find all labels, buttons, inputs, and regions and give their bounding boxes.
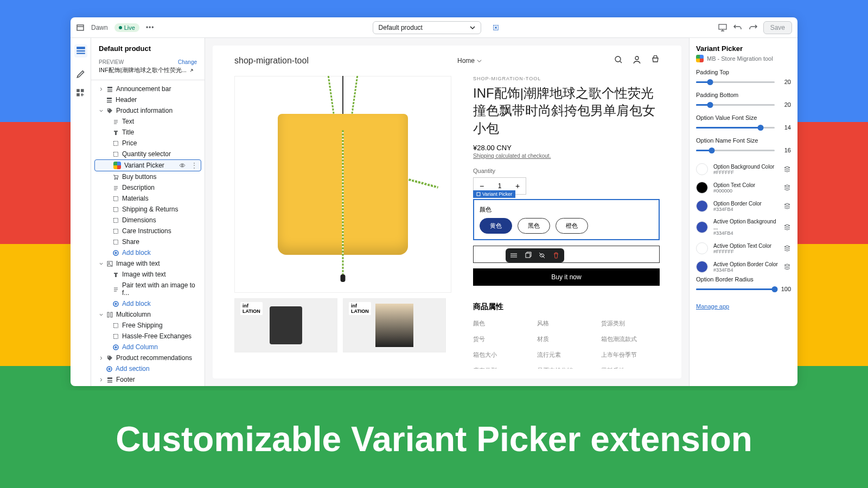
- svg-rect-30: [107, 312, 109, 317]
- exit-icon[interactable]: [76, 23, 85, 32]
- svg-rect-32: [114, 323, 118, 328]
- sections-icon[interactable]: [74, 44, 87, 57]
- tree-item[interactable]: Care Instructions: [91, 226, 205, 236]
- svg-point-40: [615, 56, 621, 62]
- svg-rect-37: [107, 377, 112, 379]
- tree-item[interactable]: Description: [91, 182, 205, 193]
- color-setting[interactable]: Active Option Text Color#FFFFFF: [696, 239, 791, 258]
- svg-rect-24: [114, 229, 118, 233]
- redo-icon[interactable]: [748, 23, 758, 33]
- product-thumb[interactable]: infLATION: [234, 298, 337, 352]
- template-title: Default product: [91, 38, 205, 59]
- svg-point-41: [635, 56, 639, 60]
- tree-item[interactable]: Buy buttons: [91, 171, 205, 182]
- tree-item[interactable]: Variant Picker⋮: [94, 159, 201, 171]
- add-to-cart-button[interactable]: [473, 246, 660, 263]
- duplicate-icon[interactable]: [524, 252, 532, 259]
- svg-rect-0: [77, 25, 84, 30]
- tree-item[interactable]: Header: [91, 94, 205, 105]
- tree-item[interactable]: Image with text: [91, 269, 205, 280]
- svg-rect-22: [114, 207, 118, 211]
- tree-item[interactable]: Price: [91, 138, 205, 149]
- svg-rect-21: [114, 196, 118, 201]
- tree-item[interactable]: Pair text with an image to f...: [91, 280, 205, 298]
- stack-icon: [783, 202, 791, 210]
- variant-option[interactable]: 橙色: [556, 218, 588, 234]
- hide-icon[interactable]: [538, 252, 546, 259]
- tree-item[interactable]: Multicolumn: [91, 309, 205, 320]
- marketing-banner: Customizable Variant Picker extension: [0, 390, 868, 488]
- variant-picker-block[interactable]: Variant Picker 颜色 黄色黑色橙色: [473, 199, 660, 240]
- color-setting[interactable]: Option Text Color#000000: [696, 178, 791, 197]
- tree-item[interactable]: Product recommendations: [91, 352, 205, 363]
- svg-rect-39: [107, 382, 112, 383]
- block-icon: [476, 192, 481, 196]
- variant-option[interactable]: 黄色: [480, 218, 512, 234]
- vendor: SHOP-MIGRATION-TOOL: [473, 76, 660, 81]
- slider[interactable]: [696, 127, 775, 129]
- tree-item[interactable]: Quantity selector: [91, 149, 205, 159]
- color-setting[interactable]: Active Option Border Color#334FB4: [696, 258, 791, 276]
- account-icon[interactable]: [633, 55, 641, 66]
- svg-rect-6: [76, 89, 80, 92]
- tree-item[interactable]: Announcement bar: [91, 84, 205, 94]
- change-link[interactable]: Change: [178, 59, 197, 65]
- stack-icon: [783, 184, 791, 191]
- tree-item[interactable]: Add Column: [91, 342, 205, 352]
- template-select[interactable]: Default product: [373, 21, 481, 34]
- nav-home[interactable]: Home: [457, 57, 482, 65]
- delete-icon[interactable]: [552, 252, 560, 259]
- tree-item[interactable]: Title: [91, 127, 205, 138]
- product-thumb[interactable]: infLATION: [343, 298, 446, 352]
- svg-rect-3: [76, 47, 85, 49]
- settings-icon[interactable]: [510, 252, 518, 259]
- tree-item[interactable]: Add block: [91, 247, 205, 258]
- apps-icon[interactable]: [75, 88, 86, 99]
- svg-point-28: [108, 262, 110, 264]
- left-rail: [71, 38, 91, 386]
- save-button[interactable]: Save: [763, 21, 792, 34]
- svg-point-35: [108, 356, 109, 357]
- variant-option[interactable]: 黑色: [518, 218, 550, 234]
- preview-pane: shop-migration-tool Home infLATI: [205, 38, 689, 386]
- cart-icon[interactable]: [651, 55, 660, 66]
- color-setting[interactable]: Option Background Color#FFFFFF: [696, 160, 791, 178]
- tree-item[interactable]: Image with text: [91, 258, 205, 269]
- tree-item[interactable]: Materials: [91, 193, 205, 204]
- tree-item[interactable]: Shipping & Returns: [91, 204, 205, 215]
- more-menu[interactable]: •••: [146, 24, 155, 31]
- svg-point-19: [114, 178, 116, 179]
- editor-app: Dawn Live ••• Default product Save Defau…: [71, 17, 797, 386]
- slider[interactable]: [696, 81, 775, 83]
- tree-item[interactable]: Add section: [91, 363, 205, 374]
- tree-item[interactable]: Text: [91, 116, 205, 127]
- desktop-icon[interactable]: [718, 23, 727, 33]
- chevron-down-icon: [477, 59, 482, 63]
- slider[interactable]: [696, 150, 775, 151]
- svg-rect-5: [76, 53, 85, 54]
- radius-slider[interactable]: [696, 288, 775, 290]
- preview-product-name[interactable]: INF配饰|潮牌地球之歌个性荧光...: [99, 66, 197, 74]
- theme-settings-icon[interactable]: [75, 67, 86, 78]
- external-icon: [189, 68, 194, 73]
- pin-icon[interactable]: [492, 24, 500, 31]
- tree-item[interactable]: Dimensions: [91, 215, 205, 226]
- tree-item[interactable]: Share: [91, 236, 205, 247]
- svg-rect-17: [114, 152, 118, 156]
- undo-icon[interactable]: [733, 23, 743, 33]
- color-setting[interactable]: Active Option Background ...#334FB4: [696, 215, 791, 239]
- slider[interactable]: [696, 104, 775, 106]
- svg-rect-13: [107, 100, 112, 101]
- search-icon[interactable]: [614, 55, 623, 66]
- tree-item[interactable]: Hassle-Free Exchanges: [91, 331, 205, 342]
- buy-now-button[interactable]: Buy it now: [473, 268, 660, 286]
- color-setting[interactable]: Option Border Color#334FB4: [696, 197, 791, 215]
- tree-item[interactable]: Footer: [91, 374, 205, 385]
- manage-app-link[interactable]: Manage app: [696, 303, 729, 310]
- svg-rect-11: [107, 91, 112, 92]
- tree-item[interactable]: Add block: [91, 298, 205, 309]
- tree-item[interactable]: Product information: [91, 105, 205, 116]
- tree-item[interactable]: Free Shipping: [91, 320, 205, 331]
- chevron-down-icon: [470, 25, 475, 30]
- svg-rect-42: [477, 192, 480, 196]
